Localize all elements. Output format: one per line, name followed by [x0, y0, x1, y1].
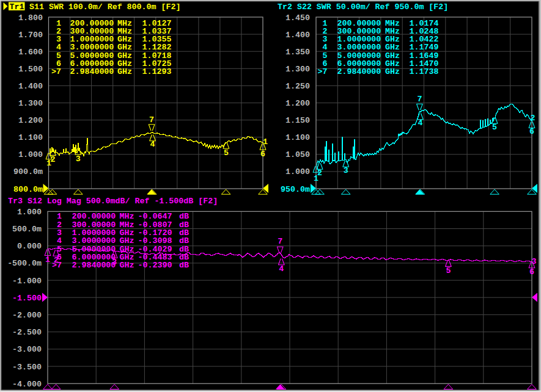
svg-text:6: 6 — [529, 267, 534, 277]
svg-text:Tr2 S22 SWR 50.00m/ Ref 950.0m: Tr2 S22 SWR 50.00m/ Ref 950.0m [F2] — [278, 2, 448, 12]
svg-text:1.1738: 1.1738 — [410, 67, 439, 76]
svg-text:>7: >7 — [52, 261, 62, 270]
svg-text:1.200: 1.200 — [285, 99, 310, 108]
svg-text:4: 4 — [279, 264, 284, 274]
svg-text:1.600: 1.600 — [18, 48, 43, 57]
svg-text:-1.500: -1.500 — [12, 294, 42, 303]
svg-text:800.0m: 800.0m — [13, 185, 43, 194]
svg-text:S11 SWR 100.0m/ Ref 800.0m [F2: S11 SWR 100.0m/ Ref 800.0m [F2] — [29, 2, 180, 12]
svg-text:GHz: GHz — [117, 67, 132, 76]
svg-text:2.9840000: 2.9840000 — [337, 67, 381, 76]
svg-text:1.450: 1.450 — [285, 13, 310, 23]
svg-text:5: 5 — [492, 123, 497, 132]
svg-text:-3.000: -3.000 — [12, 345, 42, 354]
svg-text:1.300: 1.300 — [18, 99, 43, 108]
svg-text:Tr3 S12 Log Mag 500.0mdB/ Ref: Tr3 S12 Log Mag 500.0mdB/ Ref -1.500dB [… — [8, 197, 218, 206]
svg-text:1.150: 1.150 — [285, 116, 310, 125]
svg-text:-3.500: -3.500 — [12, 363, 42, 372]
svg-text:-2.000: -2.000 — [12, 311, 42, 320]
svg-text:GHz: GHz — [120, 261, 134, 270]
svg-text:7: 7 — [417, 95, 422, 104]
svg-text:1.700: 1.700 — [18, 31, 43, 40]
svg-text:1.400: 1.400 — [285, 31, 310, 40]
svg-text:2.9840000: 2.9840000 — [72, 261, 116, 270]
svg-text:1.000: 1.000 — [18, 150, 43, 159]
svg-text:-0.2390: -0.2390 — [138, 261, 172, 270]
svg-text:1.400: 1.400 — [18, 82, 43, 91]
svg-text:4: 4 — [418, 118, 422, 128]
svg-text:5: 5 — [446, 266, 451, 275]
svg-text:2: 2 — [531, 114, 535, 123]
svg-text:7: 7 — [149, 115, 154, 125]
svg-text:1.200: 1.200 — [18, 116, 43, 125]
svg-text:2.9840000: 2.9840000 — [70, 67, 114, 76]
svg-text:-2.500: -2.500 — [12, 328, 42, 337]
svg-text:1: 1 — [45, 255, 50, 264]
svg-text:3: 3 — [344, 166, 348, 175]
svg-text:7: 7 — [278, 237, 282, 246]
svg-text:1.000: 1.000 — [17, 208, 42, 217]
svg-text:900.0m: 900.0m — [13, 167, 43, 176]
svg-text:1.050: 1.050 — [285, 150, 310, 159]
svg-text:6: 6 — [260, 150, 265, 159]
svg-text:1: 1 — [263, 137, 268, 147]
svg-text:>7: >7 — [51, 67, 61, 76]
svg-text:dB: dB — [179, 261, 189, 270]
svg-text:4: 4 — [150, 140, 155, 149]
svg-text:950.0m: 950.0m — [281, 185, 310, 194]
svg-text:Tr1: Tr1 — [10, 2, 24, 12]
svg-text:1.250: 1.250 — [285, 82, 310, 91]
svg-text:5: 5 — [224, 148, 229, 158]
svg-text:1.350: 1.350 — [285, 48, 310, 57]
svg-text:1.500: 1.500 — [18, 65, 43, 74]
svg-text:1.1293: 1.1293 — [142, 67, 172, 76]
svg-text:-1.000: -1.000 — [12, 277, 42, 286]
svg-text:2: 2 — [317, 169, 322, 178]
svg-text:1.800: 1.800 — [18, 13, 43, 23]
svg-text:500.0m: 500.0m — [12, 225, 42, 234]
svg-text:6: 6 — [529, 127, 534, 136]
svg-text:-500.0m: -500.0m — [7, 259, 42, 268]
svg-text:3: 3 — [76, 154, 81, 164]
svg-text:-4.000: -4.000 — [12, 380, 42, 389]
svg-text:2: 2 — [50, 155, 55, 164]
svg-text:3: 3 — [532, 257, 537, 266]
svg-text:1.100: 1.100 — [285, 133, 310, 142]
svg-text:0.000: 0.000 — [17, 242, 42, 251]
svg-text:>7: >7 — [318, 67, 328, 76]
svg-text:1.000: 1.000 — [285, 167, 310, 176]
svg-text:1.300: 1.300 — [285, 65, 310, 74]
svg-text:1.100: 1.100 — [18, 133, 43, 142]
svg-text:GHz: GHz — [385, 67, 400, 76]
